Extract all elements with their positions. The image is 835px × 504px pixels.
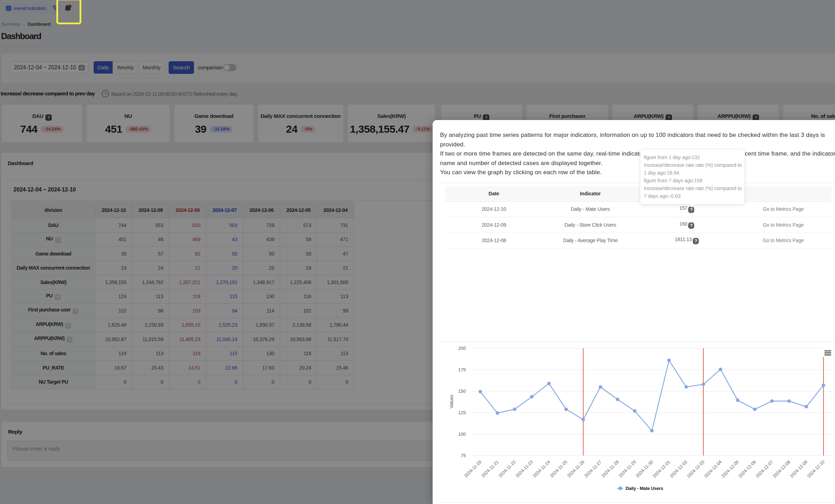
svg-text:2024-11-23: 2024-11-23 — [515, 459, 534, 478]
svg-text:2024-12-03: 2024-12-03 — [686, 459, 705, 479]
svg-text:2024-11-24: 2024-11-24 — [532, 459, 551, 478]
svg-text:2024-11-30: 2024-11-30 — [635, 459, 654, 478]
svg-text:Values: Values — [449, 395, 454, 408]
svg-text:2024-12-01: 2024-12-01 — [652, 459, 671, 479]
svg-text:2024-11-27: 2024-11-27 — [583, 459, 602, 478]
svg-text:125: 125 — [458, 410, 466, 415]
svg-text:2024-12-07: 2024-12-07 — [755, 459, 774, 479]
svg-text:2024-11-20: 2024-11-20 — [463, 459, 482, 478]
svg-text:150: 150 — [458, 389, 466, 394]
svg-text:200: 200 — [458, 346, 466, 351]
svg-text:2024-11-29: 2024-11-29 — [618, 459, 637, 478]
svg-text:2024-11-25: 2024-11-25 — [549, 459, 568, 478]
svg-text:2024-12-08: 2024-12-08 — [772, 459, 791, 479]
svg-text:2024-12-06: 2024-12-06 — [737, 459, 757, 479]
svg-text:2024-12-04: 2024-12-04 — [703, 459, 723, 479]
svg-text:100: 100 — [458, 431, 466, 437]
svg-text:2024-11-28: 2024-11-28 — [601, 459, 620, 478]
svg-text:75: 75 — [461, 453, 466, 458]
svg-text:2024-12-05: 2024-12-05 — [721, 459, 740, 479]
svg-text:2024-11-26: 2024-11-26 — [566, 459, 585, 478]
svg-text:Daily - Mate Users: Daily - Mate Users — [626, 486, 663, 491]
svg-text:175: 175 — [458, 367, 466, 372]
svg-text:2024-12-02: 2024-12-02 — [669, 459, 688, 479]
svg-text:2024-11-21: 2024-11-21 — [481, 459, 500, 478]
svg-text:2024-12-10: 2024-12-10 — [806, 459, 825, 479]
svg-text:2024-12-09: 2024-12-09 — [789, 459, 809, 479]
svg-text:2024-11-22: 2024-11-22 — [498, 459, 517, 478]
